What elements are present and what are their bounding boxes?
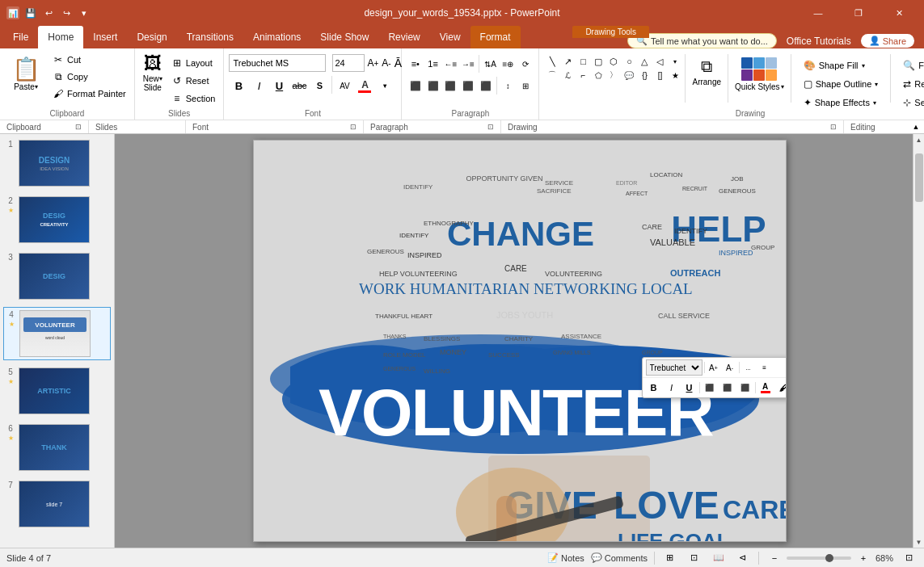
shape-outline-button[interactable]: ▢ Shape Outline ▾ <box>798 76 884 92</box>
columns-button[interactable]: ⊞ <box>517 76 534 95</box>
tab-design[interactable]: Design <box>127 26 176 48</box>
tt-more-btn[interactable]: ... <box>741 360 756 375</box>
notes-button[interactable]: 📝 Notes <box>547 552 584 563</box>
clipboard-expand-icon[interactable]: ⊡ <box>75 123 82 131</box>
slide-thumb-1[interactable]: 1 DESIGN IDEA VISION <box>3 137 111 189</box>
tab-home[interactable]: Home <box>38 26 83 48</box>
fit-slide-btn[interactable]: ⊡ <box>900 551 918 565</box>
scroll-down-btn[interactable]: ▼ <box>913 536 925 548</box>
shape-curve-btn[interactable]: ⌒ <box>544 68 560 82</box>
select-button[interactable]: ⊹ Select ▾ <box>897 94 924 111</box>
shape-rounded-btn[interactable]: ▢ <box>590 54 606 69</box>
redo-btn[interactable]: ↪ <box>60 6 73 19</box>
close-btn[interactable]: ✕ <box>880 0 918 26</box>
slide-thumb-3[interactable]: 3 DESIG <box>3 250 111 302</box>
tt-align-left-btn[interactable]: ⬛ <box>702 380 718 396</box>
shape-chevron-btn[interactable]: 〉 <box>605 68 622 82</box>
zoom-slider[interactable] <box>787 556 851 560</box>
paste-button[interactable]: 📋 Paste ▾ <box>5 52 47 95</box>
share-btn[interactable]: 👤 Share <box>861 34 914 48</box>
bold-button[interactable]: B <box>229 76 248 95</box>
comments-button[interactable]: 💬 Comments <box>591 552 648 563</box>
shape-extra-btn[interactable]: ★ <box>667 68 683 82</box>
tt-size-grow[interactable]: A+ <box>707 360 721 375</box>
line-spacing-button[interactable]: ↕ <box>500 76 517 95</box>
view-normal-btn[interactable]: ⊞ <box>661 551 679 565</box>
zoom-thumb[interactable] <box>825 554 833 562</box>
customize-btn[interactable]: ▾ <box>78 6 91 19</box>
tt-bold-btn[interactable]: B <box>646 380 662 396</box>
restore-btn[interactable]: ❐ <box>840 0 877 26</box>
slide-thumb-7[interactable]: 7 slide 7 <box>3 478 111 530</box>
tab-insert[interactable]: Insert <box>83 26 127 48</box>
shape-rect-btn[interactable]: □ <box>575 54 591 69</box>
office-tutorials-btn[interactable]: Office Tutorials <box>787 36 851 47</box>
tt-eraser-btn[interactable]: 🖌 <box>775 380 786 396</box>
format-painter-button[interactable]: 🖌 Format Painter <box>49 86 129 102</box>
font-grow-btn[interactable]: A+ <box>366 54 379 72</box>
new-slide-button[interactable]: 🖼 New ▾ Slide <box>140 52 166 94</box>
align-left-button[interactable]: ⬛ <box>407 76 424 95</box>
shape-line-btn[interactable]: ╲ <box>544 54 560 69</box>
tab-animations[interactable]: Animations <box>243 26 310 48</box>
slide-thumb-2[interactable]: 2 ★ DESIGCREATIVITY <box>3 194 111 246</box>
save-quick-btn[interactable]: 💾 <box>24 6 37 19</box>
shape-bracket-btn[interactable]: [] <box>652 68 668 82</box>
font-color-dropdown[interactable]: ▾ <box>375 76 394 95</box>
tt-align-center-btn[interactable]: ⬛ <box>719 380 736 396</box>
tt-italic-btn[interactable]: I <box>664 380 680 396</box>
justify-button[interactable]: ⬛ <box>460 76 477 95</box>
shape-effects-button[interactable]: ✦ Shape Effects ▾ <box>798 94 884 111</box>
tab-view[interactable]: View <box>430 26 470 48</box>
justify-low-button[interactable]: ⬛ <box>477 76 494 95</box>
layout-button[interactable]: ⊞ Layout <box>167 55 219 71</box>
indent-more-button[interactable]: →≡ <box>460 54 477 74</box>
italic-button[interactable]: I <box>249 76 268 95</box>
convert-smartart-button[interactable]: ⟳ <box>517 54 534 74</box>
shape-fill-button[interactable]: 🎨 Shape Fill ▾ <box>798 57 884 74</box>
ribbon-collapse-btn[interactable]: ▲ <box>908 120 924 133</box>
align-center-button[interactable]: ⬛ <box>424 76 441 95</box>
quick-styles-button[interactable]: Quick Styles ▾ <box>732 54 787 94</box>
tab-transitions[interactable]: Transitions <box>177 26 243 48</box>
view-present-btn[interactable]: ⊲ <box>734 551 752 565</box>
font-expand-icon[interactable]: ⊡ <box>350 123 357 131</box>
indent-less-button[interactable]: ←≡ <box>442 54 459 74</box>
section-button[interactable]: ≡ Section <box>167 90 219 107</box>
shape-circle-btn[interactable]: ○ <box>621 54 637 69</box>
font-shrink-btn[interactable]: A- <box>381 54 391 72</box>
font-face-input[interactable] <box>229 54 326 72</box>
align-text-button[interactable]: ≡⊕ <box>500 54 517 74</box>
shape-more-btn[interactable]: ▾ <box>667 54 683 69</box>
tab-slideshow[interactable]: Slide Show <box>310 26 378 48</box>
shape-brace-btn[interactable]: {} <box>636 68 652 82</box>
shape-connector-btn[interactable]: ⌐ <box>575 68 591 82</box>
text-direction-button[interactable]: ⇅A <box>482 54 499 74</box>
slide-thumb-4[interactable]: 4 ★ VOLUNTEER word cloud <box>3 307 111 360</box>
copy-button[interactable]: ⧉ Copy <box>49 69 129 85</box>
shape-freeform-btn[interactable]: ℒ <box>559 68 576 82</box>
replace-button[interactable]: ⇄ Replace <box>897 76 924 92</box>
underline-button[interactable]: U <box>269 76 289 95</box>
drawing-expand-icon[interactable]: ⊡ <box>830 123 837 131</box>
shape-snip-btn[interactable]: ⬡ <box>605 54 622 69</box>
scroll-up-btn[interactable]: ▲ <box>913 134 925 145</box>
view-reading-btn[interactable]: 📖 <box>710 551 728 565</box>
align-right-button[interactable]: ⬛ <box>442 76 459 95</box>
tt-less-btn[interactable]: ≡ <box>757 360 772 375</box>
shape-tri-btn[interactable]: △ <box>636 54 652 69</box>
tab-file[interactable]: File <box>3 26 38 48</box>
numbering-button[interactable]: 1≡ <box>424 54 441 74</box>
tt-color-btn[interactable]: A <box>757 380 774 396</box>
undo-btn[interactable]: ↩ <box>42 6 55 19</box>
font-size-input[interactable] <box>332 54 365 72</box>
font-clear-btn[interactable]: Ā <box>394 54 403 72</box>
scroll-thumb[interactable] <box>915 153 923 202</box>
strikethrough-button[interactable]: abc <box>289 76 309 95</box>
shape-arrow-btn[interactable]: ↗ <box>559 54 576 69</box>
slide-thumb-5[interactable]: 5 ★ ARTISTIC <box>3 365 111 417</box>
view-sorter-btn[interactable]: ⊡ <box>686 551 703 565</box>
font-color-button[interactable]: A <box>355 76 374 95</box>
tt-font-select[interactable]: Trebuchet <box>646 359 702 376</box>
arrange-button[interactable]: ⧉ Arrange <box>689 54 724 90</box>
